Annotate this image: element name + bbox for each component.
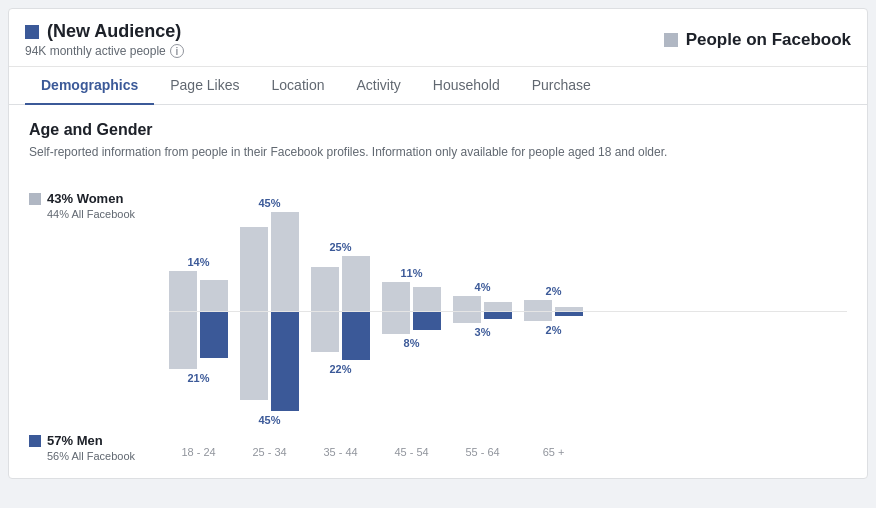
audience-block: (New Audience) 94K monthly active people… [25,21,664,58]
tab-page-likes[interactable]: Page Likes [154,67,255,105]
men-bars-row: 21%45%22%8%3%2% [169,312,847,442]
women-bar-group-1: 45% [240,181,299,311]
women-label-3: 11% [400,267,422,279]
men-fb-bar-0 [169,312,197,369]
legend-women: 43% Women 44% All Facebook [29,191,149,220]
women-bar-group-5: 2% [524,181,583,311]
header: (New Audience) 94K monthly active people… [9,9,867,67]
age-label-2: 35 - 44 [311,446,370,458]
women-fb-bar-3 [382,282,410,311]
women-label-5: 2% [546,285,562,297]
women-color-dot [29,193,41,205]
men-aud-bar-5 [555,312,583,316]
men-label-1: 45% [258,414,280,426]
men-fb-bar-3 [382,312,410,334]
women-aud-bar-2 [342,256,370,311]
women-label-1: 45% [258,197,280,209]
men-bar-group-4: 3% [453,312,512,442]
women-bar-group-4: 4% [453,181,512,311]
audience-color-square [25,25,39,39]
tab-household[interactable]: Household [417,67,516,105]
age-labels-row: 18 - 2425 - 3435 - 4445 - 5455 - 6465 + [169,442,847,462]
women-fb-bar-1 [240,227,268,311]
women-bar-group-3: 11% [382,181,441,311]
men-color-dot [29,435,41,447]
men-bar-group-5: 2% [524,312,583,442]
audience-subtitle: 94K monthly active people i [25,44,664,58]
age-label-5: 65 + [524,446,583,458]
women-label-4: 4% [475,281,491,293]
info-icon[interactable]: i [170,44,184,58]
men-bar-group-0: 21% [169,312,228,442]
women-aud-bar-3 [413,287,441,311]
content-area: Age and Gender Self-reported information… [9,105,867,478]
audience-title-text: (New Audience) [47,21,181,42]
men-fb-bar-2 [311,312,339,352]
women-label-0: 14% [187,256,209,268]
women-bar-group-2: 25% [311,181,370,311]
men-aud-bar-2 [342,312,370,360]
men-label-5: 2% [546,324,562,336]
women-label-2: 25% [329,241,351,253]
women-bar-group-0: 14% [169,181,228,311]
bars-column: 14%45%25%11%4%2% 21%45%22%8%3%2% 18 - 24… [169,181,847,462]
women-aud-bar-5 [555,307,583,311]
main-card: (New Audience) 94K monthly active people… [8,8,868,479]
women-fb-bar-4 [453,296,481,311]
age-label-0: 18 - 24 [169,446,228,458]
women-pct-label: 43% Women [47,191,123,206]
women-fb-bar-0 [169,271,197,311]
men-label-2: 22% [329,363,351,375]
women-fb-bar-5 [524,300,552,311]
monthly-active-text: 94K monthly active people [25,44,166,58]
tabs-bar: Demographics Page Likes Location Activit… [9,67,867,105]
legend-men: 57% Men 56% All Facebook [29,433,149,462]
men-aud-bar-4 [484,312,512,319]
men-pct-label: 57% Men [47,433,103,448]
men-fb-bar-4 [453,312,481,323]
legend-column: 43% Women 44% All Facebook 57% Men 56% A… [29,181,149,462]
men-bar-group-3: 8% [382,312,441,442]
women-fb-bar-2 [311,267,339,311]
women-aud-bar-1 [271,212,299,311]
men-aud-bar-3 [413,312,441,330]
facebook-block: People on Facebook [664,30,851,50]
tab-activity[interactable]: Activity [340,67,416,105]
fb-label-text: People on Facebook [686,30,851,50]
men-label-4: 3% [475,326,491,338]
legend-women-main: 43% Women [29,191,149,206]
men-bar-group-2: 22% [311,312,370,442]
section-description: Self-reported information from people in… [29,143,847,161]
women-aud-bar-4 [484,302,512,311]
fb-color-square [664,33,678,47]
tab-demographics[interactable]: Demographics [25,67,154,105]
section-title: Age and Gender [29,121,847,139]
men-fb-bar-1 [240,312,268,400]
women-bars-row: 14%45%25%11%4%2% [169,181,847,311]
tab-location[interactable]: Location [256,67,341,105]
legend-men-main: 57% Men [29,433,149,448]
audience-title: (New Audience) [25,21,664,42]
age-label-4: 55 - 64 [453,446,512,458]
age-label-3: 45 - 54 [382,446,441,458]
men-aud-bar-0 [200,312,228,358]
men-fb-bar-5 [524,312,552,321]
women-aud-bar-0 [200,280,228,311]
men-label-0: 21% [187,372,209,384]
women-fb-sub: 44% All Facebook [29,208,149,220]
chart-area: 43% Women 44% All Facebook 57% Men 56% A… [29,181,847,462]
age-label-1: 25 - 34 [240,446,299,458]
men-label-3: 8% [404,337,420,349]
men-aud-bar-1 [271,312,299,411]
men-bar-group-1: 45% [240,312,299,442]
tab-purchase[interactable]: Purchase [516,67,607,105]
men-fb-sub: 56% All Facebook [29,450,149,462]
